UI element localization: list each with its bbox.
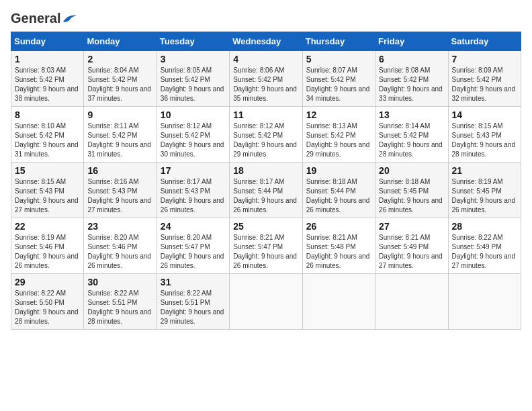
calendar-cell: 12 Sunrise: 8:13 AMSunset: 5:42 PMDaylig… (302, 107, 375, 163)
day-number: 8 (15, 109, 80, 120)
day-number: 1 (15, 54, 80, 64)
calendar-cell: 24 Sunrise: 8:20 AMSunset: 5:47 PMDaylig… (157, 218, 229, 274)
calendar-cell: 26 Sunrise: 8:21 AMSunset: 5:48 PMDaylig… (302, 218, 375, 274)
day-number: 2 (87, 54, 152, 64)
calendar-cell: 29 Sunrise: 8:22 AMSunset: 5:50 PMDaylig… (11, 274, 84, 330)
calendar-cell: 13 Sunrise: 8:14 AMSunset: 5:42 PMDaylig… (375, 107, 448, 163)
day-info: Sunrise: 8:05 AMSunset: 5:42 PMDaylight:… (161, 66, 224, 102)
day-number: 31 (161, 277, 226, 287)
calendar-week-row: 8 Sunrise: 8:10 AMSunset: 5:42 PMDayligh… (11, 107, 521, 163)
day-number: 14 (452, 109, 517, 120)
day-info: Sunrise: 8:13 AMSunset: 5:42 PMDaylight:… (306, 122, 370, 158)
day-info: Sunrise: 8:20 AMSunset: 5:47 PMDaylight:… (161, 234, 224, 269)
day-number: 4 (233, 54, 298, 64)
day-number: 21 (452, 165, 517, 176)
day-info: Sunrise: 8:06 AMSunset: 5:42 PMDaylight:… (233, 66, 297, 102)
day-number: 16 (87, 165, 152, 176)
calendar-cell: 14 Sunrise: 8:15 AMSunset: 5:43 PMDaylig… (448, 107, 521, 163)
calendar-body: 1 Sunrise: 8:03 AMSunset: 5:42 PMDayligh… (11, 51, 521, 330)
day-number: 10 (161, 109, 226, 120)
day-number: 23 (87, 221, 152, 232)
day-number: 7 (452, 54, 517, 64)
column-header-friday: Friday (375, 32, 448, 51)
calendar-cell (230, 274, 302, 330)
day-number: 27 (379, 221, 444, 232)
calendar-cell: 1 Sunrise: 8:03 AMSunset: 5:42 PMDayligh… (11, 51, 84, 107)
calendar-week-row: 22 Sunrise: 8:19 AMSunset: 5:46 PMDaylig… (11, 218, 521, 274)
column-header-tuesday: Tuesday (157, 32, 229, 51)
calendar-cell (375, 274, 448, 330)
day-number: 18 (233, 165, 298, 176)
day-number: 15 (15, 165, 80, 176)
calendar-cell: 5 Sunrise: 8:07 AMSunset: 5:42 PMDayligh… (302, 51, 375, 107)
day-number: 3 (161, 54, 226, 64)
header: General (11, 11, 521, 26)
day-info: Sunrise: 8:16 AMSunset: 5:43 PMDaylight:… (87, 178, 151, 214)
calendar-cell: 27 Sunrise: 8:21 AMSunset: 5:49 PMDaylig… (375, 218, 448, 274)
calendar-cell (448, 274, 521, 330)
column-header-wednesday: Wednesday (230, 32, 302, 51)
day-info: Sunrise: 8:19 AMSunset: 5:45 PMDaylight:… (452, 178, 516, 214)
calendar-cell: 31 Sunrise: 8:22 AMSunset: 5:51 PMDaylig… (157, 274, 229, 330)
day-info: Sunrise: 8:07 AMSunset: 5:42 PMDaylight:… (306, 66, 370, 102)
column-header-thursday: Thursday (302, 32, 375, 51)
calendar-header-row: SundayMondayTuesdayWednesdayThursdayFrid… (11, 32, 521, 51)
calendar-cell: 10 Sunrise: 8:12 AMSunset: 5:42 PMDaylig… (157, 107, 229, 163)
day-info: Sunrise: 8:18 AMSunset: 5:44 PMDaylight:… (306, 178, 370, 214)
column-header-sunday: Sunday (11, 32, 84, 51)
day-info: Sunrise: 8:21 AMSunset: 5:47 PMDaylight:… (233, 234, 297, 269)
column-header-monday: Monday (84, 32, 157, 51)
day-info: Sunrise: 8:12 AMSunset: 5:42 PMDaylight:… (233, 122, 297, 158)
calendar-cell: 30 Sunrise: 8:22 AMSunset: 5:51 PMDaylig… (84, 274, 157, 330)
day-number: 28 (452, 221, 517, 232)
day-info: Sunrise: 8:22 AMSunset: 5:51 PMDaylight:… (87, 289, 151, 325)
day-number: 17 (161, 165, 226, 176)
calendar-week-row: 15 Sunrise: 8:15 AMSunset: 5:43 PMDaylig… (11, 163, 521, 218)
calendar-cell: 7 Sunrise: 8:09 AMSunset: 5:42 PMDayligh… (448, 51, 521, 107)
day-number: 20 (379, 165, 444, 176)
calendar-cell: 25 Sunrise: 8:21 AMSunset: 5:47 PMDaylig… (230, 218, 302, 274)
calendar-cell: 22 Sunrise: 8:19 AMSunset: 5:46 PMDaylig… (11, 218, 84, 274)
day-info: Sunrise: 8:17 AMSunset: 5:43 PMDaylight:… (161, 178, 224, 214)
calendar-cell: 28 Sunrise: 8:22 AMSunset: 5:49 PMDaylig… (448, 218, 521, 274)
day-info: Sunrise: 8:08 AMSunset: 5:42 PMDaylight:… (379, 66, 443, 102)
day-number: 30 (87, 277, 152, 287)
day-info: Sunrise: 8:22 AMSunset: 5:51 PMDaylight:… (161, 289, 224, 325)
calendar-cell: 4 Sunrise: 8:06 AMSunset: 5:42 PMDayligh… (230, 51, 302, 107)
calendar-cell: 23 Sunrise: 8:20 AMSunset: 5:46 PMDaylig… (84, 218, 157, 274)
logo: General (11, 11, 77, 26)
day-info: Sunrise: 8:04 AMSunset: 5:42 PMDaylight:… (87, 66, 151, 102)
column-header-saturday: Saturday (448, 32, 521, 51)
day-info: Sunrise: 8:03 AMSunset: 5:42 PMDaylight:… (15, 66, 79, 102)
day-number: 12 (306, 109, 371, 120)
day-info: Sunrise: 8:17 AMSunset: 5:44 PMDaylight:… (233, 178, 297, 214)
calendar-cell: 21 Sunrise: 8:19 AMSunset: 5:45 PMDaylig… (448, 163, 521, 218)
day-info: Sunrise: 8:18 AMSunset: 5:45 PMDaylight:… (379, 178, 443, 214)
calendar-cell: 11 Sunrise: 8:12 AMSunset: 5:42 PMDaylig… (230, 107, 302, 163)
calendar-cell: 17 Sunrise: 8:17 AMSunset: 5:43 PMDaylig… (157, 163, 229, 218)
day-number: 29 (15, 277, 80, 287)
calendar-table: SundayMondayTuesdayWednesdayThursdayFrid… (11, 32, 521, 330)
day-info: Sunrise: 8:11 AMSunset: 5:42 PMDaylight:… (87, 122, 151, 158)
logo-bird-icon (62, 13, 77, 25)
day-number: 25 (233, 221, 298, 232)
day-number: 5 (306, 54, 371, 64)
day-info: Sunrise: 8:14 AMSunset: 5:42 PMDaylight:… (379, 122, 443, 158)
day-info: Sunrise: 8:21 AMSunset: 5:48 PMDaylight:… (306, 234, 370, 269)
day-info: Sunrise: 8:12 AMSunset: 5:42 PMDaylight:… (161, 122, 224, 158)
calendar-cell (302, 274, 375, 330)
calendar-cell: 20 Sunrise: 8:18 AMSunset: 5:45 PMDaylig… (375, 163, 448, 218)
day-info: Sunrise: 8:09 AMSunset: 5:42 PMDaylight:… (452, 66, 516, 102)
day-info: Sunrise: 8:21 AMSunset: 5:49 PMDaylight:… (379, 234, 443, 269)
calendar-cell: 9 Sunrise: 8:11 AMSunset: 5:42 PMDayligh… (84, 107, 157, 163)
day-info: Sunrise: 8:22 AMSunset: 5:50 PMDaylight:… (15, 289, 79, 325)
day-info: Sunrise: 8:15 AMSunset: 5:43 PMDaylight:… (452, 122, 516, 158)
day-number: 26 (306, 221, 371, 232)
day-number: 24 (161, 221, 226, 232)
day-number: 13 (379, 109, 444, 120)
calendar-cell: 19 Sunrise: 8:18 AMSunset: 5:44 PMDaylig… (302, 163, 375, 218)
day-info: Sunrise: 8:19 AMSunset: 5:46 PMDaylight:… (15, 234, 79, 269)
calendar-cell: 2 Sunrise: 8:04 AMSunset: 5:42 PMDayligh… (84, 51, 157, 107)
day-number: 9 (87, 109, 152, 120)
calendar-cell: 6 Sunrise: 8:08 AMSunset: 5:42 PMDayligh… (375, 51, 448, 107)
